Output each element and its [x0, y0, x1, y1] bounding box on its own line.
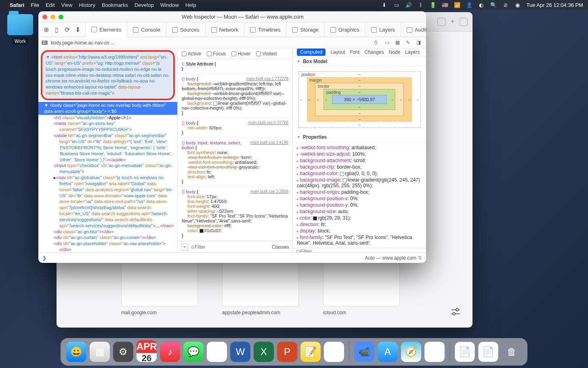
- dock-finder[interactable]: 😀: [66, 342, 86, 362]
- dom-tree-pane[interactable]: ▼ <html xmlns="http://www.w3.org/1999/xh…: [38, 49, 178, 252]
- tabs-icon[interactable]: [460, 18, 468, 26]
- property-row[interactable]: -webkit-text-size-adjust: 100%;: [297, 151, 422, 157]
- close-button[interactable]: [42, 15, 47, 19]
- siri-icon[interactable]: ◉: [514, 2, 521, 8]
- inspect-element-icon[interactable]: ⊕: [42, 26, 50, 34]
- filter-focus[interactable]: Focus: [207, 51, 226, 57]
- filter-hover[interactable]: Hover: [231, 51, 250, 57]
- property-row[interactable]: display: block;: [297, 228, 422, 234]
- wifi-icon[interactable]: 📶: [454, 2, 460, 8]
- tab-storage[interactable]: Storage: [286, 23, 325, 37]
- tab-layers[interactable]: Layers: [365, 23, 401, 37]
- desktop-folder-work[interactable]: Work: [4, 14, 36, 45]
- dom-node[interactable]: <h1 class="visuallyhidden">Apple</h1>: [48, 115, 175, 121]
- property-row[interactable]: background-color: rgba(0, 0, 0, 0);: [297, 170, 422, 177]
- download-icon[interactable]: ⬇: [74, 26, 81, 34]
- property-row[interactable]: background-clip: border-box;: [297, 164, 422, 170]
- classes-button[interactable]: Classes: [272, 244, 289, 250]
- tab-audit[interactable]: Audit: [401, 23, 426, 37]
- property-row[interactable]: background-image: linear-gradient(rgb(24…: [297, 177, 422, 189]
- dock-music[interactable]: ♪: [160, 342, 180, 362]
- tab-timelines[interactable]: Timelines: [244, 23, 286, 37]
- property-row[interactable]: direction: ltr;: [297, 221, 422, 228]
- thumb-gmail[interactable]: mail.google.com: [121, 262, 198, 315]
- menu-window[interactable]: Window: [160, 2, 179, 8]
- css-rule[interactable]: main.built.css:1:772278{} body {backgrou…: [178, 74, 292, 118]
- property-row[interactable]: background-origin: padding-box;: [297, 189, 422, 195]
- dock-chrome[interactable]: ◉: [207, 342, 227, 362]
- accessibility-icon[interactable]: ◐: [478, 2, 485, 8]
- detail-tab-layout[interactable]: Layout: [330, 49, 345, 55]
- detail-tab-node[interactable]: Node: [388, 49, 400, 55]
- menubar-clock[interactable]: Tue Apr 26 12:04:36 PM: [527, 2, 583, 8]
- dock-messages[interactable]: 💬: [183, 342, 204, 362]
- menu-bookmarks[interactable]: Bookmarks: [102, 2, 128, 8]
- battery-icon[interactable]: 🔋: [430, 2, 436, 8]
- property-row[interactable]: color: rgb(29, 29, 31);: [297, 215, 422, 221]
- bluetooth-icon[interactable]: ᛒ: [418, 2, 424, 8]
- dom-node[interactable]: <meta name="ac-gn-store-key" content="SF…: [48, 121, 175, 133]
- print-icon[interactable]: ⎙: [374, 40, 381, 46]
- detail-tab-layers[interactable]: Layers: [405, 49, 420, 55]
- settings-slider-icon[interactable]: [451, 308, 460, 315]
- share-icon[interactable]: [437, 18, 445, 26]
- dock-powerpoint[interactable]: P: [277, 342, 297, 362]
- dock-appstore[interactable]: A: [378, 342, 398, 362]
- device-icon[interactable]: ▯: [53, 26, 60, 34]
- dom-node[interactable]: <div class="ac-gn-blur"></div>: [48, 229, 175, 235]
- dock-notes[interactable]: 📝: [300, 342, 321, 362]
- detail-tab-changes[interactable]: Changes: [364, 49, 384, 55]
- dock-launchpad[interactable]: ▦: [90, 342, 110, 362]
- menu-history[interactable]: History: [79, 2, 95, 8]
- dock-zoom[interactable]: 📹: [354, 342, 374, 362]
- minimize-button[interactable]: [50, 15, 55, 19]
- user-icon[interactable]: 👤: [466, 2, 472, 8]
- add-rule-button[interactable]: +: [181, 243, 188, 251]
- breadcrumb[interactable]: body.page-home.ac-nav-ov…: [51, 40, 114, 46]
- panel-right-icon[interactable]: ◨: [416, 40, 423, 46]
- dom-node[interactable]: ▸<nav id="ac-globalnav" class="js touch …: [48, 175, 175, 229]
- app-name[interactable]: Safari: [10, 2, 24, 8]
- thumb-icloud[interactable]: icloud.com: [323, 262, 400, 315]
- console-prompt-icon[interactable]: ❯: [42, 255, 46, 261]
- properties-section-header[interactable]: Properties: [293, 132, 426, 143]
- tab-sources[interactable]: Sources: [166, 23, 206, 37]
- body-element-selected[interactable]: ▼ <body class="page-home ac-nav-overlap …: [38, 102, 177, 115]
- dock-chrome-canary[interactable]: ◉: [424, 342, 445, 362]
- menu-file[interactable]: File: [31, 2, 39, 8]
- volume-icon[interactable]: 🔊: [405, 2, 412, 8]
- control-center-icon[interactable]: ⎚: [502, 2, 509, 8]
- property-row[interactable]: background-attachment: scroll;: [297, 157, 422, 164]
- dom-node[interactable]: <aside id="ac-gn-segmentbar" class="ac-g…: [48, 133, 175, 163]
- copy-icon[interactable]: ▭: [385, 40, 391, 46]
- dock-slack[interactable]: ✳: [324, 342, 344, 362]
- css-rule[interactable]: main.built.css:1:4196{} body, input, tex…: [178, 138, 292, 187]
- styles-filter-input[interactable]: [195, 244, 272, 250]
- zoom-button[interactable]: [59, 15, 63, 19]
- thumb-peopleadmin[interactable]: appstate.peopleadmin.com: [222, 262, 299, 315]
- paint-icon[interactable]: ✎: [406, 40, 412, 46]
- detail-tab-computed[interactable]: Computed: [297, 49, 326, 56]
- context-label[interactable]: Auto — www.apple.com: [365, 255, 416, 261]
- new-tab-icon[interactable]: +: [450, 17, 455, 26]
- dock-settings[interactable]: ⚙: [113, 342, 133, 362]
- property-row[interactable]: font-family: "SF Pro Text", "SF Pro Icon…: [297, 234, 422, 246]
- dock-document[interactable]: 📄: [478, 342, 498, 362]
- dom-node[interactable]: <div id="ac-gn-placeholder" class="ac-na…: [48, 241, 175, 252]
- boxmodel-section-header[interactable]: Box Model: [293, 56, 426, 67]
- css-rule[interactable]: main.built.css:1:37726{} body {min-width…: [178, 118, 292, 138]
- dropbox-icon[interactable]: ⬇: [381, 2, 388, 8]
- spotlight-icon[interactable]: 🔍: [490, 2, 497, 8]
- dock-document[interactable]: 📄: [455, 342, 475, 362]
- tab-network[interactable]: Network: [206, 23, 245, 37]
- menu-view[interactable]: View: [61, 2, 73, 8]
- context-chevron-icon[interactable]: ⇅: [418, 255, 422, 261]
- property-row[interactable]: background-size: auto;: [297, 208, 422, 215]
- flag-icon[interactable]: 🇺🇸: [442, 2, 448, 8]
- menu-help[interactable]: Help: [185, 2, 196, 8]
- dock-safari[interactable]: 🧭: [401, 342, 421, 362]
- reload-icon[interactable]: ⟳: [63, 26, 71, 34]
- property-row[interactable]: background-position-y: 0%;: [297, 202, 422, 208]
- tab-elements[interactable]: Elements: [86, 23, 127, 37]
- filter-active[interactable]: Active: [182, 51, 201, 57]
